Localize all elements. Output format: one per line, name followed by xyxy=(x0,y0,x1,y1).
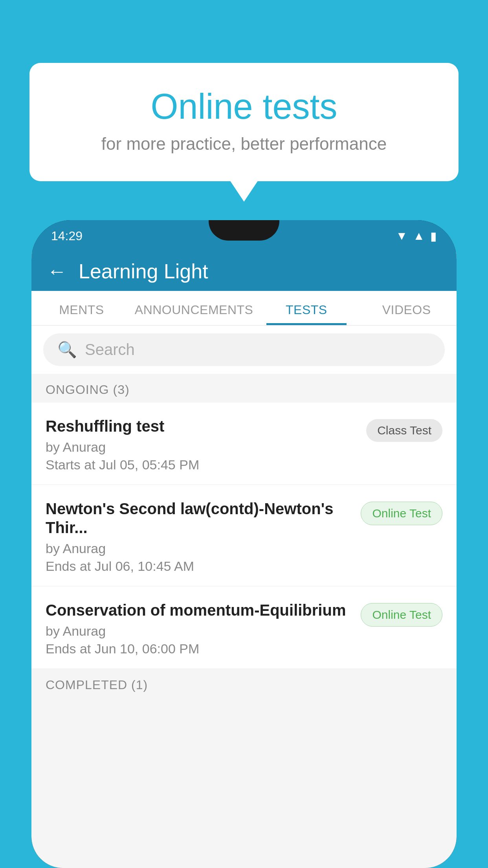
test-by-3: by Anurag xyxy=(46,623,353,639)
tab-tests[interactable]: TESTS xyxy=(256,291,356,325)
back-button[interactable]: ← xyxy=(47,260,67,283)
phone-shell: 14:29 ▼ ▲ ▮ ← Learning Light MENTS ANNOU… xyxy=(31,220,457,868)
ongoing-section-label: ONGOING (3) xyxy=(31,374,457,403)
test-by-2: by Anurag xyxy=(46,541,353,556)
test-name-2: Newton's Second law(contd)-Newton's Thir… xyxy=(46,499,353,537)
test-info-2: Newton's Second law(contd)-Newton's Thir… xyxy=(46,499,353,574)
bubble-title: Online tests xyxy=(61,86,427,127)
app-title: Learning Light xyxy=(79,259,208,283)
search-bar[interactable]: 🔍 Search xyxy=(43,333,445,366)
bubble-subtitle: for more practice, better performance xyxy=(61,134,427,154)
completed-section-label: COMPLETED (1) xyxy=(31,669,457,698)
search-placeholder: Search xyxy=(85,341,135,359)
speech-bubble: Online tests for more practice, better p… xyxy=(29,63,459,181)
test-badge-3: Online Test xyxy=(361,603,442,627)
status-icons: ▼ ▲ ▮ xyxy=(396,229,437,243)
test-item-3[interactable]: Conservation of momentum-Equilibrium by … xyxy=(31,587,457,668)
app-header: ← Learning Light xyxy=(31,252,457,291)
test-time-3: Ends at Jun 10, 06:00 PM xyxy=(46,641,353,657)
test-item-2[interactable]: Newton's Second law(contd)-Newton's Thir… xyxy=(31,485,457,586)
test-info-1: Reshuffling test by Anurag Starts at Jul… xyxy=(46,417,358,473)
test-badge-1: Class Test xyxy=(366,419,442,442)
test-badge-2: Online Test xyxy=(361,502,442,525)
tab-ments[interactable]: MENTS xyxy=(31,291,132,325)
tabs-bar: MENTS ANNOUNCEMENTS TESTS VIDEOS xyxy=(31,291,457,326)
signal-icon: ▲ xyxy=(413,229,425,243)
test-time-1: Starts at Jul 05, 05:45 PM xyxy=(46,457,358,473)
tab-announcements[interactable]: ANNOUNCEMENTS xyxy=(132,291,257,325)
test-name-3: Conservation of momentum-Equilibrium xyxy=(46,601,353,620)
phone-inner: ← Learning Light MENTS ANNOUNCEMENTS TES… xyxy=(31,252,457,868)
test-time-2: Ends at Jul 06, 10:45 AM xyxy=(46,559,353,574)
search-icon: 🔍 xyxy=(57,340,77,359)
test-info-3: Conservation of momentum-Equilibrium by … xyxy=(46,601,353,657)
wifi-icon: ▼ xyxy=(396,229,408,243)
test-name-1: Reshuffling test xyxy=(46,417,358,436)
battery-icon: ▮ xyxy=(430,229,437,243)
test-item-1[interactable]: Reshuffling test by Anurag Starts at Jul… xyxy=(31,403,457,484)
test-by-1: by Anurag xyxy=(46,440,358,455)
status-time: 14:29 xyxy=(51,229,83,243)
status-bar: 14:29 ▼ ▲ ▮ xyxy=(31,220,457,252)
notch xyxy=(209,220,279,241)
search-bar-wrap: 🔍 Search xyxy=(31,326,457,374)
tab-videos[interactable]: VIDEOS xyxy=(356,291,457,325)
